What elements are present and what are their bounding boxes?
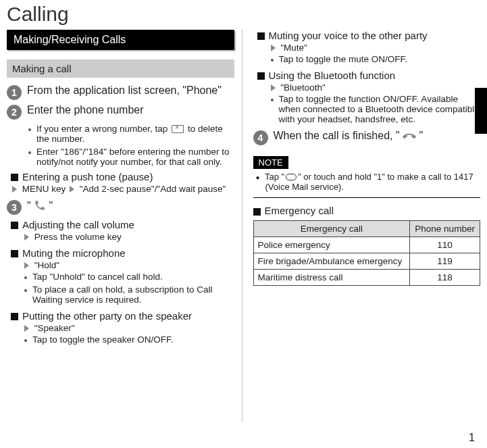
bullet-dot: [24, 339, 27, 342]
bullet-dot: [24, 289, 27, 292]
emergency-name: Maritime distress call: [253, 270, 410, 286]
step-2-b2: Enter "186"/"184" before entering the nu…: [36, 147, 234, 167]
mute-mic-b1: Tap "Unhold" to cancel call hold.: [23, 272, 234, 282]
speaker-b1: Tap to toggle the speaker ON/OFF.: [23, 334, 234, 345]
square-icon: [253, 208, 261, 216]
emergency-num: 119: [410, 253, 480, 270]
bluetooth-b1: Tap to toggle the function ON/OFF. Avail…: [270, 94, 481, 124]
adjust-volume-line-text: Press the volume key: [32, 232, 122, 242]
subsection-heading: Making a call: [7, 59, 234, 78]
step-2-b1-before: If you enter a wrong number, tap: [36, 124, 170, 134]
step-3-title: " ": [27, 199, 53, 212]
emergency-num: 118: [410, 270, 480, 286]
bullet-dot: [28, 128, 31, 131]
square-icon: [11, 174, 18, 181]
step-number-1: 1: [7, 85, 22, 100]
square-icon: [257, 72, 265, 80]
mute-voice-b1-text: Tap to toggle the mute ON/OFF.: [279, 54, 408, 64]
step-4-prefix: When the call is finished, ": [274, 130, 403, 141]
note-label: NOTE: [253, 156, 288, 169]
bullet-dot: [271, 59, 274, 61]
table-row: Maritime distress call 118: [253, 270, 480, 286]
step-4-suffix: ": [419, 130, 424, 141]
mute-mic-b2: To place a call on hold, a subscription …: [23, 284, 234, 305]
adjust-volume-line: Press the volume key: [23, 232, 234, 242]
arrow-icon: [271, 84, 276, 91]
bullet-dot: [271, 99, 274, 101]
speaker-head: Putting the other party on the speaker: [11, 310, 234, 322]
right-column: Muting your voice to the other party "Mu…: [244, 30, 481, 350]
push-tone-line: MENU key "Add 2-sec pause"/"Add wait pau…: [11, 184, 234, 194]
left-column: Making/Receiving Calls Making a call 1 F…: [7, 30, 244, 350]
push-tone-head: Entering a push tone (pause): [11, 171, 234, 182]
emergency-table: Emergency call Phone number Police emerg…: [253, 220, 481, 286]
adjust-volume-text: Adjusting the call volume: [22, 219, 134, 230]
page-title: Calling: [0, 0, 487, 30]
square-icon: [257, 32, 265, 40]
push-tone-head-text: Entering a push tone (pause): [22, 171, 153, 182]
section-heading: Making/Receiving Calls: [7, 30, 234, 50]
phone-icon: [34, 199, 46, 211]
arrow-icon: [24, 262, 29, 269]
step-1-title: From the application list screen, "Phone…: [27, 84, 222, 97]
emergency-th1: Emergency call: [253, 221, 410, 237]
mute-mic-text: Muting the microphone: [22, 247, 126, 259]
step-2-title: Enter the phone number: [27, 104, 144, 116]
arrow-icon: [12, 186, 17, 193]
side-tab: [475, 88, 487, 134]
note-body: Tap "" or touch and hold "1" to make a c…: [256, 172, 481, 192]
speaker-head-text: Putting the other party on the speaker: [22, 310, 192, 322]
mute-mic-b1-text: Tap "Unhold" to cancel call hold.: [32, 272, 163, 282]
step-number-2: 2: [7, 105, 22, 120]
step-4-title: When the call is finished, " ": [274, 130, 424, 142]
mute-voice-line-text: "Mute": [278, 43, 307, 53]
bluetooth-head: Using the Bluetooth function: [257, 70, 481, 81]
bluetooth-b1-text: Tap to toggle the function ON/OFF. Avail…: [279, 94, 481, 124]
table-row: Fire brigade/Ambulance emergency 119: [253, 253, 480, 270]
emergency-th2: Phone number: [410, 221, 480, 237]
backspace-icon: [172, 125, 184, 133]
bluetooth-text: Using the Bluetooth function: [269, 70, 396, 81]
mute-voice-b1: Tap to toggle the mute ON/OFF.: [270, 54, 481, 64]
arrow-icon: [70, 186, 74, 193]
mute-mic-b2-text: To place a call on hold, a subscription …: [32, 284, 234, 305]
speaker-b1-text: Tap to toggle the speaker ON/OFF.: [32, 334, 174, 345]
mute-voice-text: Muting your voice to the other party: [269, 30, 428, 41]
square-icon: [11, 250, 18, 257]
step-3: 3 " ": [7, 199, 234, 215]
arrow-icon: [271, 45, 276, 51]
table-row: Police emergency 110: [253, 237, 480, 253]
push-tone-text-b: "Add 2-sec pause"/"Add wait pause": [77, 184, 226, 194]
mute-mic-head: Muting the microphone: [11, 247, 234, 259]
bluetooth-line: "Bluetooth": [270, 82, 481, 93]
step-2-bullet-2: Enter "186"/"184" before entering the nu…: [27, 147, 234, 167]
emergency-head: Emergency call: [253, 205, 481, 216]
emergency-name: Police emergency: [253, 237, 410, 253]
step-1: 1 From the application list screen, "Pho…: [7, 84, 234, 100]
step-2-bullet-1: If you enter a wrong number, tap to dele…: [27, 124, 234, 144]
push-tone-text-a: MENU key: [20, 184, 68, 194]
mute-mic-line: "Hold": [23, 260, 234, 270]
step-4: 4 When the call is finished, " ": [253, 130, 481, 145]
column-divider: [242, 30, 242, 422]
emergency-head-text: Emergency call: [265, 205, 334, 216]
speaker-line-text: "Speaker": [32, 323, 75, 333]
speaker-line: "Speaker": [23, 323, 234, 333]
step-3-prefix: ": [27, 200, 34, 211]
arrow-icon: [24, 234, 29, 241]
note-divider: [253, 197, 481, 198]
step-3-suffix: ": [49, 200, 53, 211]
arrow-icon: [24, 325, 29, 332]
emergency-num: 110: [410, 237, 480, 253]
voicemail-icon: [286, 174, 297, 180]
square-icon: [11, 222, 18, 229]
bullet-dot: [28, 151, 31, 154]
step-number-4: 4: [253, 130, 268, 145]
page-number: 1: [469, 432, 475, 444]
square-icon: [11, 313, 18, 320]
step-2: 2 Enter the phone number: [7, 104, 234, 120]
mute-mic-line-text: "Hold": [32, 260, 59, 270]
step-number-3: 3: [7, 200, 22, 215]
emergency-name: Fire brigade/Ambulance emergency: [253, 253, 410, 270]
bluetooth-line-text: "Bluetooth": [278, 82, 326, 93]
